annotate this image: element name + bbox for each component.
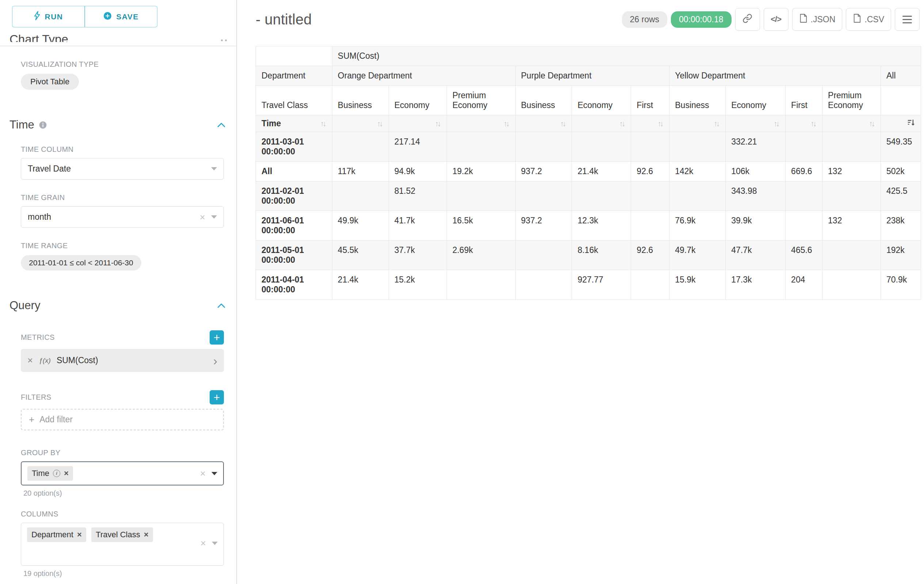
query-timer-badge: 00:00:00.18 xyxy=(671,12,731,28)
info-icon: i xyxy=(53,470,60,477)
sort-descending-icon[interactable] xyxy=(907,119,915,128)
table-cell: 94.9k xyxy=(389,162,447,181)
remove-chip-icon[interactable]: × xyxy=(144,531,148,539)
table-cell: 21.4k xyxy=(332,270,389,299)
table-cell: 47.7k xyxy=(726,240,785,270)
time-section-header[interactable]: Time xyxy=(10,118,225,132)
columns-chip-travel-class[interactable]: Travel Class × xyxy=(91,527,153,542)
table-cell: 238k xyxy=(881,211,921,240)
pivot-body: 2011-03-01 00:00:00217.14332.21549.35All… xyxy=(256,132,921,299)
time-range-value[interactable]: 2011-01-01 ≤ col < 2011-06-30 xyxy=(21,255,141,270)
table-cell: 70.9k xyxy=(881,270,921,299)
chevron-up-icon[interactable] xyxy=(221,39,227,41)
table-row: 2011-06-01 00:00:0049.9k41.7k16.5k937.21… xyxy=(256,211,921,240)
chevron-down-icon[interactable] xyxy=(211,472,217,475)
sort-icon[interactable]: ↑↓ xyxy=(657,119,663,128)
chevron-right-icon[interactable]: › xyxy=(213,354,217,367)
table-cell: 15.9k xyxy=(670,270,726,299)
department-dimension-header: Department xyxy=(256,66,332,86)
sort-icon[interactable]: ↑↓ xyxy=(869,119,875,128)
table-cell: 19.2k xyxy=(447,162,515,181)
sort-cell[interactable]: ↑↓ xyxy=(447,115,515,132)
table-cell: 81.52 xyxy=(389,181,447,211)
sort-cell-active[interactable] xyxy=(881,115,921,132)
sort-icon[interactable]: ↑↓ xyxy=(504,119,510,128)
chart-type-section-header: Chart Type xyxy=(10,31,227,42)
row-label: 2011-04-01 00:00:00 xyxy=(256,270,332,299)
table-cell: 76.9k xyxy=(670,211,726,240)
query-section-header[interactable]: Query xyxy=(10,299,225,312)
info-icon xyxy=(39,121,47,129)
sort-cell[interactable]: ↑↓ xyxy=(515,115,572,132)
sort-icon[interactable]: ↑↓ xyxy=(320,119,327,128)
table-cell: 92.6 xyxy=(631,240,670,270)
table-cell xyxy=(447,270,515,299)
chevron-up-icon[interactable] xyxy=(217,303,225,308)
export-json-button[interactable]: .JSON xyxy=(792,8,843,31)
export-csv-button[interactable]: .CSV xyxy=(846,8,891,31)
table-cell: 49.7k xyxy=(670,240,726,270)
chevron-up-icon[interactable] xyxy=(217,122,225,128)
plus-circle-icon xyxy=(103,12,112,22)
clear-icon[interactable]: × xyxy=(201,538,206,548)
chart-toolbar: 26 rows 00:00:00.18 </> .JSON xyxy=(622,8,921,31)
sort-cell[interactable]: ↑↓ xyxy=(670,115,726,132)
clear-icon[interactable]: × xyxy=(200,469,206,478)
sort-icon[interactable]: ↑↓ xyxy=(810,119,817,128)
remove-metric-icon[interactable]: × xyxy=(27,355,33,366)
table-cell: 927.77 xyxy=(572,270,631,299)
table-cell xyxy=(822,181,881,211)
add-filter-button[interactable]: + Add filter xyxy=(21,409,224,430)
travel-class-header: Economy xyxy=(389,86,447,115)
sort-cell[interactable]: ↑↓ xyxy=(572,115,631,132)
sort-cell[interactable]: ↑↓ xyxy=(822,115,881,132)
time-dimension-header[interactable]: Time ↑↓ xyxy=(256,115,332,132)
columns-select[interactable]: Department × Travel Class × × xyxy=(21,523,224,566)
query-section-title: Query xyxy=(10,299,40,312)
remove-chip-icon[interactable]: × xyxy=(77,531,82,539)
sort-icon[interactable]: ↑↓ xyxy=(774,119,780,128)
time-grain-select[interactable]: month × xyxy=(21,206,224,228)
add-filter-plus-button[interactable]: + xyxy=(210,390,224,405)
metric-chip[interactable]: × ƒ(x) SUM(Cost) › xyxy=(21,349,224,372)
clear-icon[interactable]: × xyxy=(200,212,205,222)
table-cell: 45.5k xyxy=(332,240,389,270)
time-column-label: TIME COLUMN xyxy=(21,145,236,154)
sort-icon[interactable]: ↑↓ xyxy=(560,119,566,128)
chevron-down-icon[interactable] xyxy=(212,542,218,545)
chart-header: - untitled 26 rows 00:00:00.18 </> .JSON xyxy=(256,8,921,31)
sort-cell[interactable]: ↑↓ xyxy=(785,115,822,132)
sort-icon[interactable]: ↑↓ xyxy=(435,119,441,128)
visualization-type-value[interactable]: Pivot Table xyxy=(21,74,79,90)
columns-chip-department[interactable]: Department × xyxy=(27,527,86,542)
sort-icon[interactable]: ↑↓ xyxy=(714,119,720,128)
sort-cell[interactable]: ↑↓ xyxy=(726,115,785,132)
export-csv-label: .CSV xyxy=(865,15,884,25)
group-by-chip[interactable]: Time i × xyxy=(27,466,73,481)
add-metric-button[interactable]: + xyxy=(210,330,224,345)
save-button[interactable]: SAVE xyxy=(85,6,157,27)
sort-cell[interactable]: ↑↓ xyxy=(332,115,389,132)
table-cell: 37.7k xyxy=(389,240,447,270)
run-button[interactable]: RUN xyxy=(12,6,85,27)
row-label: 2011-06-01 00:00:00 xyxy=(256,211,332,240)
link-icon xyxy=(742,13,752,26)
table-cell: 117k xyxy=(332,162,389,181)
group-by-select[interactable]: Time i × × xyxy=(21,461,224,485)
sort-cell[interactable]: ↑↓ xyxy=(631,115,670,132)
menu-button[interactable] xyxy=(895,8,920,31)
short-link-button[interactable] xyxy=(735,8,760,31)
time-column-select[interactable]: Travel Date xyxy=(21,158,224,179)
sort-icon[interactable]: ↑↓ xyxy=(619,119,625,128)
file-icon xyxy=(799,13,807,25)
remove-chip-icon[interactable]: × xyxy=(64,469,69,477)
view-query-button[interactable]: </> xyxy=(764,8,789,31)
table-cell xyxy=(447,132,515,162)
table-cell xyxy=(822,132,881,162)
table-cell: 2.69k xyxy=(447,240,515,270)
table-cell xyxy=(515,240,572,270)
table-cell xyxy=(822,270,881,299)
table-cell xyxy=(670,132,726,162)
sort-icon[interactable]: ↑↓ xyxy=(377,119,383,128)
sort-cell[interactable]: ↑↓ xyxy=(389,115,447,132)
